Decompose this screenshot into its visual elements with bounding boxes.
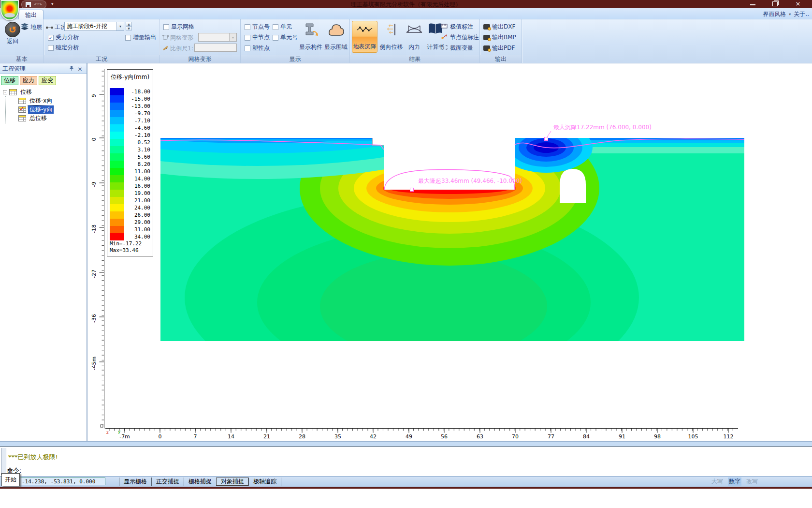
keyboard-indicators: 大写数字改写 [711, 478, 758, 486]
legend-entry: 21.00 [110, 197, 150, 204]
spin-up-icon[interactable]: ▲ [126, 22, 132, 26]
section-variable-button[interactable]: 截面变量 [441, 44, 473, 52]
stage-combobox[interactable]: 施工阶段6-开挖 ▾ [64, 22, 124, 31]
legend-swatch [110, 182, 124, 190]
lateral-displacement-button[interactable]: 侧向位移 [378, 21, 404, 53]
checkbox-force-analysis[interactable]: ✓ 受力分析 [48, 33, 79, 42]
checkbox-mid-node[interactable]: 中节点 [245, 33, 270, 42]
legend-value: 31.00 [124, 226, 150, 233]
save-icon[interactable] [26, 2, 31, 7]
panel-tab-2[interactable]: 应变 [39, 76, 56, 85]
panel-title: 工程管理 [2, 65, 26, 73]
x-tick-label: 84 [583, 433, 590, 440]
qat-dropdown-icon[interactable]: ▾ [51, 1, 54, 6]
checkbox-plastic-point[interactable]: 塑性点 [245, 44, 270, 52]
app-logo-icon[interactable] [0, 0, 19, 20]
chevron-down-icon: ▾ [229, 33, 236, 41]
snap-toggle-3[interactable]: 对象捕捉 [216, 478, 248, 486]
checkbox-box [125, 35, 131, 41]
legend-swatch [110, 233, 124, 240]
splitter-handle[interactable] [1, 448, 6, 475]
checkbox-stability-analysis[interactable]: 稳定分析 [48, 44, 79, 52]
node-value-annotation-button[interactable]: 节点值标注 [441, 33, 479, 42]
maximize-button[interactable] [767, 0, 783, 8]
ui-style-menu[interactable]: 界面风格 [763, 10, 786, 18]
tree-item[interactable]: 总位移 [0, 114, 87, 122]
close-button[interactable]: × [790, 0, 806, 8]
chevron-down-icon[interactable]: ▾ [116, 22, 124, 30]
about-menu[interactable]: 关于.. [794, 10, 809, 18]
max-heave-marker[interactable] [410, 188, 414, 192]
checkbox-node-number[interactable]: 节点号 [245, 23, 270, 31]
start-button[interactable]: 开始 [1, 473, 20, 486]
snap-toggle-4[interactable]: 极轴追踪 [248, 478, 281, 486]
collapse-icon[interactable]: - [3, 90, 7, 94]
panel-tab-0[interactable]: 位移 [1, 76, 18, 85]
back-button[interactable]: ↺ 返回 [3, 22, 22, 45]
export-bmp-button[interactable]: 输出BMP [483, 33, 516, 42]
max-heave-annotation: 最大隆起33.46mm (49.466, -10.000) [418, 178, 522, 184]
scale-input [194, 44, 237, 52]
minimize-button[interactable] [744, 0, 761, 8]
snap-toggle-1[interactable]: 正交捕捉 [151, 478, 184, 486]
tab-output[interactable]: 输出 [18, 10, 44, 20]
legend-swatch [110, 197, 124, 204]
checkbox-element-number[interactable]: 单元号 [273, 33, 298, 42]
snap-toggle-2[interactable]: 栅格捕捉 [184, 478, 216, 486]
panel-tab-1[interactable]: 应力 [20, 76, 37, 85]
legend-entry: 11.00 [110, 168, 150, 175]
checkbox-show-mesh[interactable]: 显示网格 [163, 23, 194, 31]
snap-toggle-0[interactable]: 显示栅格 [119, 478, 151, 486]
spin-down-icon[interactable]: ▼ [126, 26, 132, 30]
indicator-0[interactable]: 大写 [711, 478, 723, 486]
legend-value: 14.00 [124, 175, 150, 182]
x-tick-label: 63 [477, 433, 483, 440]
undo-redo-icons[interactable]: ↶↷ [34, 2, 42, 7]
legend-swatch [110, 146, 124, 153]
legend-value: 8.20 [124, 161, 150, 168]
extreme-annotation-button[interactable]: 极值标注 [441, 23, 473, 31]
restore-icon [772, 1, 778, 6]
indicator-1[interactable]: 数字 [728, 478, 741, 486]
legend-scale: -18.00-15.00-13.00-9.70-7.10-4.60-2.100.… [110, 88, 150, 240]
legend-swatch [110, 168, 124, 175]
ruler-diagonal-icon [162, 45, 169, 52]
checkbox-element[interactable]: 单元 [273, 23, 292, 31]
tree-item[interactable]: 位移-x向 [0, 96, 87, 105]
legend-value: 16.00 [124, 182, 150, 190]
tree-root-displacement[interactable]: - 位移 [0, 88, 87, 96]
checkbox-box [48, 45, 54, 51]
tree-root-label: 位移 [19, 88, 33, 96]
chevron-down-icon[interactable]: ▾ [789, 12, 791, 16]
stage-spinner[interactable]: ▲ ▼ [126, 22, 132, 31]
y-tick-label: -36 [91, 314, 97, 323]
message-area[interactable]: ***已到放大极限! 命令: [0, 446, 812, 476]
stage-value: 施工阶段6-开挖 [67, 23, 107, 30]
mesh-deform-label: 网格变形 [162, 34, 193, 42]
max-settlement-marker[interactable] [545, 137, 548, 141]
indicator-2[interactable]: 改写 [746, 478, 758, 486]
y-tick-label: -9 [91, 182, 97, 187]
checkbox-incremental-output[interactable]: 增量输出 [125, 33, 156, 42]
export-pdf-button[interactable]: 输出PDF [483, 44, 515, 52]
pin-icon[interactable] [69, 65, 74, 73]
legend-value: 29.00 [124, 219, 150, 226]
legend-swatch [110, 204, 124, 211]
legend-value: -15.00 [124, 95, 150, 103]
show-region-button[interactable]: 显示围域 [324, 21, 348, 53]
strata-button[interactable]: 地层 [20, 23, 42, 31]
legend-value: 11.00 [124, 168, 150, 175]
project-panel-header: 工程管理 × [0, 63, 87, 74]
show-member-button[interactable]: 显示构件 [299, 21, 323, 53]
x-tick-label: 112 [724, 433, 734, 440]
panel-close-icon[interactable]: × [77, 65, 83, 73]
checkbox-box [273, 24, 278, 30]
checkbox-box [245, 35, 250, 41]
export-dxf-button[interactable]: 输出DXF [483, 23, 515, 31]
internal-force-button[interactable]: 内力 [405, 21, 423, 53]
group-label-mesh: 网格变形 [160, 55, 240, 63]
plot-canvas[interactable]: -7m071421283542495663707784919810511290-… [88, 63, 812, 441]
max-settlement-annotation: 最大沉降17.22mm (76.000, 0.000) [553, 124, 652, 131]
surface-settlement-button[interactable]: 地表沉降 [352, 21, 377, 53]
tree-item[interactable]: ✓位移-y向 [0, 105, 87, 114]
